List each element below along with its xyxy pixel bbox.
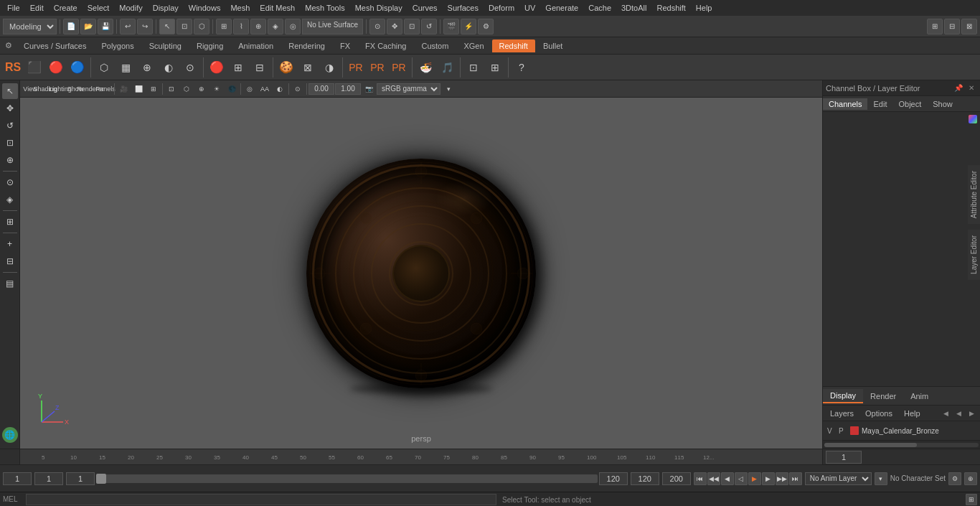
shelf-rs-19[interactable]: 🍜 — [415, 57, 435, 78]
menu-select[interactable]: Select — [83, 2, 114, 14]
render-btn[interactable]: 🎬 — [443, 19, 459, 34]
vp-isolate-btn[interactable]: ⊙ — [291, 83, 305, 95]
layer-icon-3[interactable]: ▶ — [966, 408, 977, 419]
lasso-btn[interactable]: ⊡ — [176, 19, 192, 34]
viewport-canvas[interactable]: X Y Z persp — [20, 98, 822, 449]
universal-manip[interactable]: ⊕ — [2, 152, 18, 168]
shelf-rs-16[interactable]: PR — [346, 57, 366, 78]
cmd-options-btn[interactable]: ⊞ — [966, 494, 977, 505]
menu-cache[interactable]: Cache — [584, 2, 616, 14]
tab-animation[interactable]: Animation — [231, 39, 281, 52]
tab-gear-btn[interactable]: ⚙ — [1, 39, 16, 53]
menu-help[interactable]: Help — [692, 2, 717, 14]
menu-modify[interactable]: Modify — [115, 2, 146, 14]
tab-channels[interactable]: Channels — [823, 98, 867, 110]
new-scene-btn[interactable]: 📄 — [63, 19, 79, 34]
anim-end-field[interactable] — [631, 472, 659, 485]
shelf-rs-18[interactable]: PR — [389, 57, 409, 78]
vp-panels-menu[interactable]: Panels — [98, 83, 113, 95]
menu-curves[interactable]: Curves — [408, 2, 442, 14]
workspace-select[interactable]: Modeling — [3, 19, 57, 34]
cmd-input[interactable] — [26, 494, 496, 505]
menu-file[interactable]: File — [3, 2, 24, 14]
vp-cam-icon[interactable]: 📷 — [362, 83, 376, 95]
vp-dof-btn[interactable]: ◐ — [273, 83, 287, 95]
tab-object[interactable]: Object — [892, 98, 927, 110]
layer-sub-options[interactable]: Options — [861, 408, 897, 419]
tab-custom[interactable]: Custom — [415, 39, 456, 52]
menu-windows[interactable]: Windows — [184, 2, 225, 14]
menu-3dtoall[interactable]: 3DtoAll — [617, 2, 651, 14]
redo-btn[interactable]: ↪ — [137, 19, 153, 34]
obj-editor-btn[interactable]: + — [2, 236, 18, 252]
panel-pin-btn[interactable]: 📌 — [953, 83, 964, 94]
menu-redshift[interactable]: Redshift — [652, 2, 689, 14]
soft-select-btn[interactable]: ⊙ — [2, 174, 18, 190]
step-back-btn[interactable]: ◀ — [721, 472, 734, 485]
shelf-rs-1[interactable]: RS — [3, 57, 23, 78]
layer-tab-render[interactable]: Render — [863, 390, 903, 403]
attr-editor-btn[interactable]: ⊟ — [2, 253, 18, 269]
scale-tool[interactable]: ⊡ — [2, 135, 18, 151]
char-set-options-btn[interactable]: ⚙ — [948, 472, 961, 485]
tab-rigging[interactable]: Rigging — [189, 39, 230, 52]
shelf-rs-7[interactable]: ⊕ — [137, 57, 157, 78]
menu-edit-mesh[interactable]: Edit Mesh — [255, 2, 299, 14]
no-live-surface-btn[interactable]: No Live Surface — [302, 19, 363, 34]
anim-range-start[interactable] — [66, 472, 95, 485]
tab-show[interactable]: Show — [927, 98, 958, 110]
snap-curve-btn[interactable]: ⌇ — [233, 19, 249, 34]
shelf-rs-21[interactable]: ⊡ — [463, 57, 484, 78]
timeline-track[interactable]: 5 10 15 20 25 30 35 40 45 50 55 60 65 70… — [20, 449, 822, 464]
menu-generate[interactable]: Generate — [541, 2, 583, 14]
layer-tab-anim[interactable]: Anim — [903, 390, 936, 403]
menu-uv[interactable]: UV — [520, 2, 540, 14]
play-fwd-btn[interactable]: ▶ — [748, 472, 761, 485]
next-key-btn[interactable]: ⏭ — [789, 472, 802, 485]
tab-redshift[interactable]: Redshift — [492, 39, 535, 52]
menu-display[interactable]: Display — [149, 2, 183, 14]
render-settings-btn[interactable]: ⚙ — [478, 19, 494, 34]
vp-colorspace-options[interactable]: ▾ — [441, 83, 456, 95]
menu-mesh-tools[interactable]: Mesh Tools — [301, 2, 349, 14]
shelf-rs-4[interactable]: 🔵 — [67, 57, 88, 78]
shelf-rs-14[interactable]: ⊠ — [298, 57, 318, 78]
color-gradient-btn[interactable] — [969, 115, 977, 123]
vp-texture-btn[interactable]: ⊕ — [194, 83, 209, 95]
vp-colorspace-select[interactable]: sRGB gamma — [377, 83, 440, 95]
cam-tumble-btn[interactable]: ⊙ — [369, 19, 385, 34]
layer-icon-1[interactable]: ◀ — [940, 408, 951, 419]
menu-mesh[interactable]: Mesh — [226, 2, 254, 14]
open-scene-btn[interactable]: 📂 — [80, 19, 96, 34]
vp-grid-btn[interactable]: ⊞ — [146, 83, 161, 95]
shelf-rs-2[interactable]: ⬛ — [24, 57, 44, 78]
tab-curves-surfaces[interactable]: Curves / Surfaces — [17, 39, 93, 52]
shelf-rs-13[interactable]: 🍪 — [276, 57, 296, 78]
vp-wireframe-btn[interactable]: ⊡ — [164, 83, 179, 95]
vp-smooth-shade-btn[interactable]: ⬡ — [179, 83, 194, 95]
prev-key-btn[interactable]: ⏮ — [694, 472, 707, 485]
panel-close-btn[interactable]: ✕ — [966, 83, 977, 94]
vp-ssao-btn[interactable]: ◎ — [242, 83, 257, 95]
menu-mesh-display[interactable]: Mesh Display — [351, 2, 407, 14]
layer-sub-help[interactable]: Help — [900, 408, 925, 419]
layer-editor-tab[interactable]: Layer Editor — [968, 230, 980, 280]
layer-sub-layers[interactable]: Layers — [826, 408, 858, 419]
anim-total-field[interactable] — [662, 472, 691, 485]
select-tool[interactable]: ↖ — [2, 83, 18, 99]
snap-surface-btn[interactable]: ◈ — [268, 19, 283, 34]
transform-tool[interactable]: ✥ — [2, 100, 18, 116]
layer-scroll-track[interactable] — [824, 443, 979, 447]
snap-point-btn[interactable]: ⊕ — [250, 19, 266, 34]
tab-edit[interactable]: Edit — [867, 98, 892, 110]
step-fwd-btn[interactable]: ▶ — [762, 472, 775, 485]
tab-fx-caching[interactable]: FX Caching — [358, 39, 413, 52]
layer-tab-display[interactable]: Display — [823, 389, 863, 403]
menu-deform[interactable]: Deform — [484, 2, 519, 14]
shelf-rs-12[interactable]: ⊟ — [250, 57, 270, 78]
anim-layer-down-arrow[interactable]: ▾ — [875, 472, 887, 485]
layout-btn2[interactable]: ⊟ — [944, 19, 960, 34]
vp-film-gate-btn[interactable]: ⬜ — [131, 83, 146, 95]
anim-layer-select[interactable]: No Anim Layer — [805, 472, 872, 485]
quick-layout-btn[interactable]: 🌐 — [2, 427, 18, 443]
